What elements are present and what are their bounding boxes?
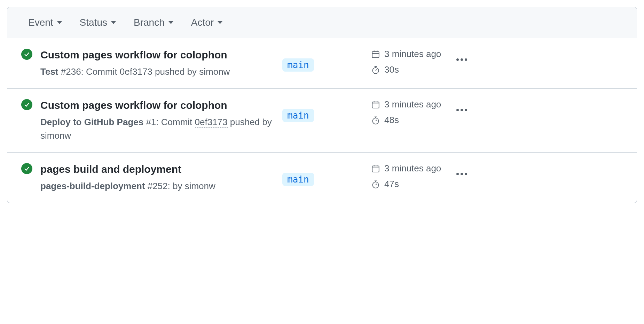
run-number: #236: [61, 66, 81, 77]
svg-rect-16: [372, 166, 379, 172]
sub-suffix: pushed by simonw: [152, 66, 230, 77]
kebab-menu-button[interactable]: [456, 58, 467, 61]
stopwatch-icon: [371, 116, 380, 125]
meta-column: 3 minutes ago 48s: [371, 98, 448, 125]
workflow-name: Test: [40, 66, 58, 77]
status-column: [21, 162, 35, 174]
calendar-icon: [371, 164, 380, 173]
run-timestamp: 3 minutes ago: [371, 99, 448, 110]
filter-status[interactable]: Status: [80, 17, 116, 28]
actions-column: [453, 98, 470, 111]
sub-prefix: : Commit: [156, 117, 195, 127]
run-main-column: Custom pages workflow for colophon Test …: [40, 48, 277, 79]
branch-badge[interactable]: main: [282, 58, 314, 72]
branch-column: main: [282, 48, 366, 72]
duration-text: 47s: [384, 179, 399, 189]
stopwatch-icon: [371, 180, 380, 189]
run-subtitle: Test #236: Commit 0ef3173 pushed by simo…: [40, 65, 277, 79]
status-column: [21, 48, 35, 60]
branch-column: main: [282, 162, 366, 186]
run-duration: 30s: [371, 64, 448, 75]
filter-status-label: Status: [80, 17, 107, 28]
meta-column: 3 minutes ago 30s: [371, 48, 448, 75]
workflow-run-row: Custom pages workflow for colophon Test …: [7, 38, 637, 89]
sub-prefix: : by simonw: [168, 181, 215, 191]
success-check-icon: [21, 99, 32, 110]
stopwatch-icon: [371, 65, 380, 74]
svg-line-21: [376, 184, 377, 185]
run-duration: 47s: [371, 179, 448, 189]
caret-down-icon: [57, 21, 62, 24]
kebab-menu-button[interactable]: [456, 173, 467, 175]
run-timestamp: 3 minutes ago: [371, 49, 448, 59]
filter-actor[interactable]: Actor: [191, 17, 223, 28]
caret-down-icon: [168, 21, 174, 24]
sub-prefix: : Commit: [81, 66, 120, 77]
run-main-column: pages build and deployment pages-build-d…: [40, 162, 277, 193]
branch-column: main: [282, 98, 366, 122]
workflow-run-row: pages build and deployment pages-build-d…: [7, 153, 637, 203]
duration-text: 48s: [384, 115, 399, 125]
commit-hash-link[interactable]: 0ef3173: [195, 117, 228, 128]
svg-rect-0: [372, 51, 379, 57]
run-number: #252: [148, 181, 168, 191]
run-subtitle: Deploy to GitHub Pages #1: Commit 0ef317…: [40, 115, 277, 143]
svg-rect-8: [372, 102, 379, 108]
commit-hash-link[interactable]: 0ef3173: [120, 66, 152, 77]
run-main-column: Custom pages workflow for colophon Deplo…: [40, 98, 277, 143]
run-title-link[interactable]: Custom pages workflow for colophon: [40, 98, 277, 112]
success-check-icon: [21, 49, 32, 60]
calendar-icon: [371, 50, 380, 59]
run-title-link[interactable]: Custom pages workflow for colophon: [40, 48, 277, 62]
run-title-link[interactable]: pages build and deployment: [40, 162, 277, 176]
meta-column: 3 minutes ago 47s: [371, 162, 448, 189]
branch-badge[interactable]: main: [282, 173, 314, 186]
actions-column: [453, 162, 470, 175]
workflow-run-list: Custom pages workflow for colophon Test …: [7, 38, 637, 203]
status-column: [21, 98, 35, 110]
caret-down-icon: [217, 21, 223, 24]
svg-point-12: [372, 118, 378, 124]
filter-branch-label: Branch: [134, 17, 165, 28]
workflow-name: Deploy to GitHub Pages: [40, 117, 143, 127]
run-subtitle: pages-build-deployment #252: by simonw: [40, 179, 277, 193]
workflow-runs-panel: Event Status Branch Actor Custom pages w…: [7, 7, 637, 203]
filter-actor-label: Actor: [191, 17, 214, 28]
filter-branch[interactable]: Branch: [134, 17, 174, 28]
run-timestamp: 3 minutes ago: [371, 163, 448, 174]
caret-down-icon: [111, 21, 116, 24]
workflow-name: pages-build-deployment: [40, 181, 145, 191]
success-check-icon: [21, 163, 32, 174]
time-ago-text: 3 minutes ago: [384, 163, 441, 174]
duration-text: 30s: [384, 64, 399, 75]
kebab-menu-button[interactable]: [456, 109, 467, 111]
run-number: #1: [146, 117, 156, 127]
filter-event-label: Event: [28, 17, 53, 28]
actions-column: [453, 48, 470, 61]
run-duration: 48s: [371, 115, 448, 125]
time-ago-text: 3 minutes ago: [384, 99, 441, 110]
svg-line-13: [376, 120, 377, 121]
calendar-icon: [371, 100, 380, 109]
workflow-run-row: Custom pages workflow for colophon Deplo…: [7, 89, 637, 153]
filter-event[interactable]: Event: [28, 17, 62, 28]
filter-bar: Event Status Branch Actor: [7, 7, 637, 38]
branch-badge[interactable]: main: [282, 109, 314, 122]
svg-line-5: [376, 69, 377, 70]
time-ago-text: 3 minutes ago: [384, 49, 441, 59]
